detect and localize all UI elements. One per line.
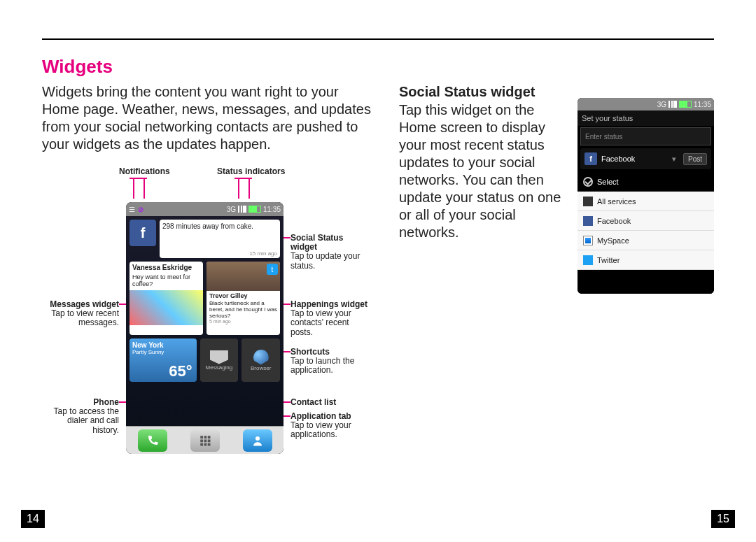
label-application-tab: Application tabTap to view your applicat…	[290, 412, 368, 440]
weather-widget[interactable]: New York Partly Sunny 65°	[130, 338, 197, 382]
svg-rect-6	[200, 443, 203, 445]
service-item-all[interactable]: All services	[578, 192, 714, 211]
svg-rect-4	[204, 439, 206, 442]
page-number-left: 14	[21, 510, 45, 528]
browser-shortcut[interactable]: Browser	[241, 338, 280, 382]
svg-rect-5	[207, 439, 210, 442]
widgets-body-text: Widgets bring the content you want right…	[42, 83, 371, 153]
contacts-button[interactable]	[243, 429, 272, 452]
signal-icon	[238, 206, 246, 213]
application-tab-button[interactable]	[190, 429, 220, 452]
myspace-icon	[583, 236, 593, 245]
svg-rect-3	[200, 439, 203, 442]
svg-rect-2	[207, 436, 210, 438]
grid-icon	[199, 434, 211, 447]
chevron-down-icon: ▾	[672, 155, 676, 164]
messages-widget[interactable]: Vanessa Eskridge Hey want to meet for co…	[130, 262, 203, 335]
svg-rect-0	[200, 436, 203, 438]
envelope-icon	[210, 350, 228, 364]
yahoo-icon: ⊘	[138, 206, 144, 213]
twitter-icon	[583, 255, 593, 265]
globe-icon	[253, 350, 269, 365]
dock	[126, 426, 284, 454]
post-button[interactable]: Post	[683, 153, 707, 165]
check-circle-icon	[583, 177, 593, 187]
home-screen-diagram: Notifications Status indicators Social S…	[42, 167, 371, 482]
clock: 11:35	[694, 101, 711, 108]
label-messages: Messages widgetTap to view recent messag…	[42, 300, 119, 328]
all-icon	[583, 197, 593, 206]
status-input[interactable]: Enter status	[580, 127, 711, 145]
happenings-widget[interactable]: t Trevor Gilley Black turtleneck and a b…	[206, 262, 280, 335]
twitter-icon: t	[267, 264, 278, 275]
notification-icon: ☰	[129, 206, 135, 213]
page-number-right: 15	[711, 510, 735, 528]
facebook-icon	[583, 216, 593, 226]
phone-home-screen: ☰ ⊘ 3G 11:35 f 298 minutes away from cak…	[126, 202, 284, 454]
contact-photo	[130, 290, 203, 325]
clock: 11:35	[263, 206, 281, 213]
label-notifications: Notifications	[119, 167, 170, 176]
label-social-status: Social Status widgetTap to update your s…	[290, 234, 368, 271]
label-happenings: Happenings widgetTap to view your contac…	[290, 300, 368, 337]
label-shortcuts: ShortcutsTap to launch the application.	[290, 348, 368, 376]
svg-point-9	[255, 436, 260, 441]
service-item-myspace[interactable]: MySpace	[578, 231, 714, 250]
svg-rect-1	[204, 436, 206, 438]
contact-avatar: t	[206, 262, 280, 291]
label-contact-list: Contact list	[290, 398, 368, 407]
service-list: All services Facebook MySpace Twitter	[578, 192, 714, 270]
label-phone: PhoneTap to access the dialer and call h…	[42, 398, 119, 435]
phone-button[interactable]	[138, 429, 167, 452]
select-header: Select	[578, 172, 714, 192]
battery-icon	[679, 101, 692, 108]
status-bar: 3G 11:35	[578, 98, 714, 110]
service-item-twitter[interactable]: Twitter	[578, 250, 714, 270]
svg-rect-8	[207, 443, 210, 445]
phone-icon	[146, 434, 159, 447]
label-status-indicators: Status indicators	[217, 167, 285, 176]
battery-icon	[248, 206, 261, 213]
service-item-facebook[interactable]: Facebook	[578, 211, 714, 231]
svg-rect-7	[204, 443, 206, 445]
network-selector[interactable]: f Facebook ▾ Post	[580, 148, 711, 169]
person-icon	[251, 434, 264, 447]
facebook-icon: f	[584, 152, 597, 165]
signal-icon	[668, 101, 677, 108]
social-status-body: Tap this widget on the Home screen to di…	[399, 101, 570, 241]
messaging-shortcut[interactable]: Messaging	[200, 338, 239, 382]
facebook-icon[interactable]: f	[130, 220, 156, 246]
phone-set-status-screen: 3G 11:35 Set your status Enter status f …	[578, 98, 714, 294]
network-indicator: 3G	[657, 101, 666, 108]
screen-title: Set your status	[578, 110, 714, 126]
network-indicator: 3G	[227, 206, 236, 213]
social-status-widget[interactable]: 298 minutes away from cake. 15 min ago	[160, 220, 280, 258]
page-title: Widgets	[42, 56, 371, 78]
status-bar: ☰ ⊘ 3G 11:35	[126, 202, 284, 216]
